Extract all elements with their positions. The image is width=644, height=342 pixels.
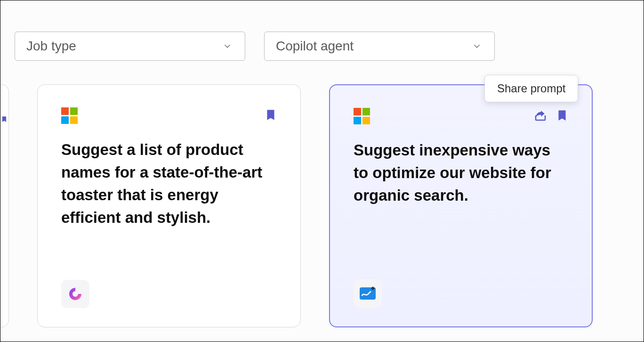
chevron-down-icon	[471, 40, 483, 52]
microsoft-logo-icon	[354, 108, 370, 124]
microsoft-logo-icon	[61, 107, 78, 124]
copilot-agent-label: Copilot agent	[276, 39, 354, 54]
bookmark-icon[interactable]	[265, 107, 277, 124]
share-prompt-tooltip: Share prompt	[484, 75, 578, 102]
card-actions	[265, 107, 277, 124]
prompt-card-partial[interactable]	[0, 84, 9, 327]
prompt-card[interactable]: Suggest inexpensive ways to optimize our…	[329, 84, 593, 327]
card-header	[61, 107, 277, 124]
copilot-agent-dropdown[interactable]: Copilot agent	[264, 32, 495, 61]
card-footer	[61, 280, 277, 308]
chevron-down-icon	[221, 40, 233, 52]
loop-icon	[61, 280, 89, 308]
bookmark-icon	[1, 113, 8, 127]
prompt-card[interactable]: Suggest a list of product names for a st…	[37, 84, 301, 327]
prompt-text: Suggest a list of product names for a st…	[61, 138, 277, 228]
job-type-label: Job type	[26, 39, 76, 54]
job-type-dropdown[interactable]: Job type	[15, 32, 245, 61]
filter-bar: Job type Copilot agent	[15, 32, 495, 61]
share-icon[interactable]	[533, 108, 547, 124]
bookmark-icon[interactable]	[556, 108, 568, 125]
prompt-cards-row: Suggest a list of product names for a st…	[0, 84, 593, 327]
card-footer	[354, 279, 568, 308]
card-header	[354, 108, 568, 125]
whiteboard-icon	[354, 279, 382, 308]
prompt-text: Suggest inexpensive ways to optimize our…	[354, 139, 568, 207]
tooltip-text: Share prompt	[497, 82, 565, 95]
card-actions	[533, 108, 568, 125]
